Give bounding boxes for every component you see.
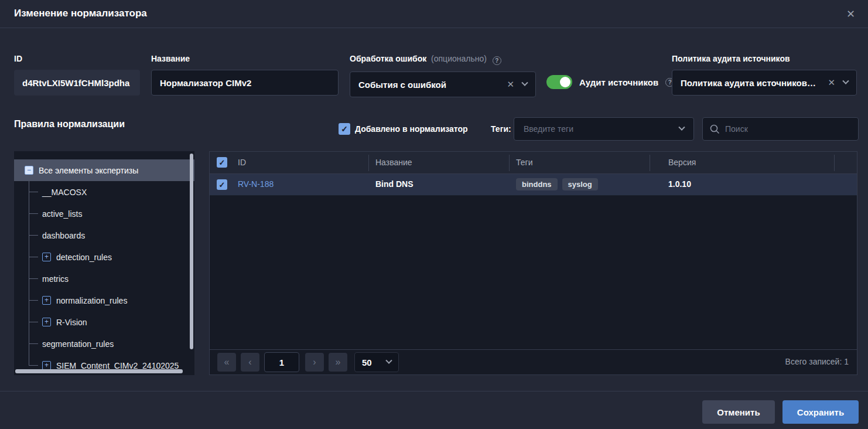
edit-normalizer-dialog: Изменение нормализатора ✕ ID d4RtvLXI5W1… — [0, 0, 868, 429]
first-page-button[interactable]: « — [217, 353, 236, 372]
next-page-button[interactable]: › — [305, 353, 324, 372]
prev-page-button[interactable]: ‹ — [241, 353, 259, 372]
clear-icon[interactable]: ✕ — [507, 79, 514, 90]
last-page-button[interactable]: » — [329, 353, 347, 372]
column-header-version[interactable]: Версия — [668, 158, 696, 167]
tree-branch-line — [29, 213, 38, 214]
total-records-label: Всего записей: 1 — [785, 357, 849, 366]
column-header-tags[interactable]: Теги — [516, 158, 532, 167]
expertise-tree-panel: −Все элементы экспертизы__MACOSXactive_l… — [14, 151, 194, 375]
dialog-header: Изменение нормализатора ✕ — [0, 0, 868, 28]
expand-icon[interactable]: + — [42, 318, 51, 326]
pagination-bar: « ‹ › » 50 Всего записей: 1 — [210, 349, 857, 374]
audit-policy-select[interactable]: Политика аудита источников… ✕ — [672, 70, 857, 96]
tree-items: −Все элементы экспертизы__MACOSXactive_l… — [14, 151, 194, 375]
page-number-input[interactable] — [264, 352, 299, 372]
name-label: Название — [151, 54, 339, 63]
name-input[interactable]: Нормализатор CIMv2 — [151, 70, 339, 96]
tree-item-label: R-Vision — [56, 318, 87, 327]
page-size-select[interactable]: 50 — [354, 352, 399, 372]
tag-chip: binddns — [516, 178, 558, 190]
column-separator — [368, 155, 369, 171]
error-handling-value: События с ошибкой — [358, 80, 502, 90]
tree-item-label: detection_rules — [56, 253, 112, 262]
error-handling-group: Обработка ошибок (опционально) ? События… — [350, 54, 536, 97]
tree-branch-line — [29, 257, 38, 257]
cancel-button[interactable]: Отменить — [702, 400, 775, 424]
rule-name: Bind DNS — [375, 179, 414, 189]
table-row[interactable]: ✓RV-N-188Bind DNSbinddnssyslog1.0.10 — [210, 174, 857, 196]
tree-item-segmentation-rules[interactable]: segmentation_rules — [14, 333, 194, 355]
id-field-group: ID d4RtvLXI5W1fCHMl3pdha — [14, 54, 140, 96]
expand-icon[interactable]: + — [42, 296, 51, 305]
added-checkbox[interactable]: ✓ — [339, 123, 350, 135]
row-checkbox[interactable]: ✓ — [217, 179, 227, 190]
rules-table: ✓ ID Название Теги Версия ✓RV-N-188Bind … — [209, 151, 857, 375]
tree-branch-line — [29, 300, 38, 301]
id-field: d4RtvLXI5W1fCHMl3pdha — [14, 70, 140, 96]
tree-item-label: active_lists — [42, 209, 82, 219]
dialog-title: Изменение нормализатора — [14, 8, 147, 19]
rule-version: 1.0.10 — [668, 179, 691, 189]
column-separator — [834, 155, 835, 171]
name-field-group: Название Нормализатор CIMv2 — [151, 54, 339, 96]
rule-id-link[interactable]: RV-N-188 — [238, 179, 274, 189]
tree-branch-line — [29, 343, 38, 344]
clear-icon[interactable]: ✕ — [828, 77, 835, 88]
tag-chip: syslog — [562, 178, 598, 190]
tree-branch-line — [29, 365, 38, 366]
tree-item-detection-rules[interactable]: +detection_rules — [14, 246, 194, 268]
tree-item-label: __MACOSX — [42, 188, 87, 197]
tree-vertical-scrollbar[interactable] — [190, 154, 193, 373]
error-handling-select[interactable]: События с ошибкой ✕ — [350, 72, 536, 97]
tree-item-label: Все элементы экспертизы — [39, 166, 138, 175]
tags-filter-input[interactable] — [524, 124, 679, 134]
close-icon[interactable]: ✕ — [846, 7, 855, 21]
audit-policy-value: Политика аудита источников… — [681, 78, 823, 88]
chevron-down-icon[interactable] — [521, 80, 528, 86]
tree-branch-line — [29, 192, 38, 192]
rules-section-title: Правила нормализации — [14, 119, 125, 130]
expand-icon[interactable]: + — [42, 361, 51, 370]
tree-item-label: segmentation_rules — [42, 339, 114, 349]
optional-hint: (опционально) — [429, 54, 487, 63]
search-box[interactable] — [702, 117, 859, 141]
search-input[interactable] — [725, 124, 851, 134]
audit-toggle[interactable] — [546, 75, 572, 89]
audit-toggle-label: Аудит источников — [579, 77, 658, 87]
column-separator — [509, 155, 510, 171]
column-header-id[interactable]: ID — [238, 158, 246, 167]
audit-toggle-group: Аудит источников ? — [546, 75, 674, 89]
scrollbar-thumb[interactable] — [190, 154, 193, 349]
page-size-value: 50 — [362, 358, 372, 367]
tree-item-active-lists[interactable]: active_lists — [14, 203, 194, 224]
name-value: Нормализатор CIMv2 — [160, 78, 330, 88]
tags-filter-select[interactable] — [514, 117, 694, 141]
id-value: d4RtvLXI5W1fCHMl3pdha — [22, 78, 132, 88]
toggle-knob — [560, 77, 570, 87]
tree-item-label: dashboards — [42, 231, 85, 240]
tree-item-r-vision[interactable]: +R-Vision — [14, 311, 194, 333]
tree-item-normalization-rules[interactable]: +normalization_rules — [14, 290, 194, 311]
select-all-checkbox[interactable]: ✓ — [217, 157, 227, 168]
save-button[interactable]: Сохранить — [782, 400, 859, 424]
tree-horizontal-scrollbar[interactable] — [15, 369, 183, 373]
expand-icon[interactable]: + — [42, 253, 51, 261]
column-header-name[interactable]: Название — [375, 158, 412, 167]
added-checkbox-group: ✓ Добавлено в нормализатор — [339, 123, 468, 135]
dialog-footer: Отменить Сохранить — [0, 391, 868, 429]
chevron-down-icon[interactable] — [678, 124, 685, 131]
tree-item--macosx[interactable]: __MACOSX — [14, 181, 194, 203]
tree-branch-line — [29, 322, 38, 322]
error-handling-label: Обработка ошибок (опционально) ? — [350, 54, 536, 65]
help-icon[interactable]: ? — [493, 56, 501, 65]
tree-item-все-элементы-экспертизы[interactable]: −Все элементы экспертизы — [14, 159, 194, 181]
tree-item-dashboards[interactable]: dashboards — [14, 224, 194, 246]
audit-policy-label: Политика аудита источников — [672, 54, 857, 63]
tree-item-metrics[interactable]: metrics — [14, 268, 194, 290]
column-separator — [650, 155, 650, 171]
tree-branch-line — [29, 235, 38, 236]
chevron-down-icon[interactable] — [842, 78, 849, 84]
collapse-icon[interactable]: − — [25, 166, 33, 175]
added-checkbox-label: Добавлено в нормализатор — [355, 124, 468, 134]
